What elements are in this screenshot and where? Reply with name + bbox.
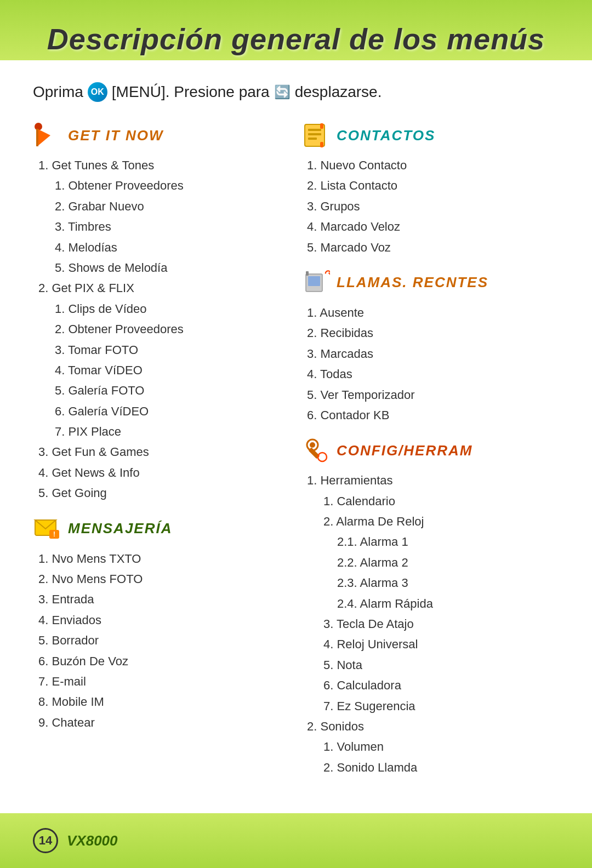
- list-item: 3. Marcadas: [307, 344, 559, 364]
- contactos-icon: [301, 121, 330, 150]
- list-item: 8. Mobile IM: [38, 692, 291, 712]
- list-item: 5. Nota: [307, 655, 559, 675]
- list-item: 3. Get Fun & Games: [38, 442, 291, 462]
- list-item: 5. Get Going: [38, 483, 291, 503]
- list-item: 5. Shows de Melodía: [38, 258, 291, 278]
- list-item: 2. Get PIX & FLIX: [38, 278, 291, 298]
- list-item: 2. Lista Contacto: [307, 175, 559, 196]
- list-item: 3. Tomar FOTO: [38, 340, 291, 360]
- list-item: 3. Tecla De Atajo: [307, 614, 559, 634]
- svg-rect-10: [308, 138, 317, 140]
- list-item: 2. Grabar Nuevo: [38, 196, 291, 216]
- list-item: 9. Chatear: [38, 712, 291, 733]
- get-it-now-icon: [33, 121, 61, 150]
- list-item: 4. Enviados: [38, 610, 291, 630]
- list-item: 5. Borrador: [38, 630, 291, 650]
- svg-rect-2: [36, 129, 38, 146]
- list-item: 2. Recibidas: [307, 323, 559, 343]
- list-item: 1. Nvo Mens TXTO: [38, 549, 291, 569]
- llamas-recntes-header: ↷ LLAMAS. RECNTES: [301, 269, 559, 297]
- mensajeria-list: 1. Nvo Mens TXTO 2. Nvo Mens FOTO 3. Ent…: [33, 549, 291, 733]
- llamas-recntes-title: LLAMAS. RECNTES: [337, 274, 488, 291]
- svg-rect-8: [308, 129, 321, 131]
- two-columns-layout: GET IT NOW 1. Get Tunes & Tones 1. Obten…: [33, 121, 559, 778]
- list-item: 2.1. Alarma 1: [307, 532, 559, 552]
- list-item: 1. Herramientas: [307, 470, 559, 490]
- list-item: 6. Calculadora: [307, 675, 559, 695]
- list-item: 1. Obtener Proveedores: [38, 175, 291, 196]
- page-wrapper: Descripción general de los menús Oprima …: [0, 0, 592, 868]
- get-it-now-header: GET IT NOW: [33, 121, 291, 150]
- list-item: 5. Ver Temporizador: [307, 385, 559, 405]
- right-column: CONTACTOS 1. Nuevo Contacto 2. Lista Con…: [301, 121, 559, 778]
- instruction-line: Oprima OK [MENÚ]. Presione para 🔄 despla…: [33, 82, 559, 102]
- svg-text:!: !: [53, 530, 55, 538]
- list-item: 3. Timbres: [38, 216, 291, 237]
- mensajeria-icon: !: [33, 515, 61, 543]
- svg-rect-11: [320, 123, 323, 129]
- list-item: 1. Get Tunes & Tones: [38, 155, 291, 175]
- page-title: Descripción general de los menús: [47, 22, 545, 55]
- list-item: 4. Marcado Veloz: [307, 216, 559, 237]
- mensajeria-title: MENSAJERÍA: [68, 520, 172, 537]
- list-item: 7. Ez Sugerencia: [307, 696, 559, 716]
- list-item: 6. Galería VíDEO: [38, 401, 291, 421]
- list-item: 1. Ausente: [307, 302, 559, 323]
- top-banner: Descripción general de los menús: [0, 0, 592, 60]
- list-item: 4. Tomar VíDEO: [38, 360, 291, 380]
- svg-rect-9: [308, 133, 321, 135]
- list-item: 1. Calendario: [307, 491, 559, 511]
- left-column: GET IT NOW 1. Get Tunes & Tones 1. Obten…: [33, 121, 291, 778]
- list-item: 4. Melodías: [38, 237, 291, 258]
- list-item: 1. Volumen: [307, 736, 559, 757]
- list-item: 2. Obtener Proveedores: [38, 319, 291, 339]
- instruction-bracket-text: [MENÚ]. Presione para: [112, 83, 270, 101]
- config-herram-list: 1. Herramientas 1. Calendario 2. Alarma …: [301, 470, 559, 778]
- svg-point-20: [318, 453, 327, 461]
- list-item: 7. PIX Place: [38, 421, 291, 442]
- list-item: 3. Entrada: [38, 589, 291, 609]
- page-number: 14: [33, 828, 58, 853]
- list-item: 5. Marcado Voz: [307, 237, 559, 258]
- page-model: VX8000: [67, 832, 118, 849]
- list-item: 2.4. Alarm Rápida: [307, 593, 559, 614]
- list-item: 2. Sonido Llamda: [307, 757, 559, 778]
- list-item: 6. Buzón De Voz: [38, 651, 291, 671]
- svg-rect-12: [320, 142, 323, 147]
- list-item: 2. Sonidos: [307, 716, 559, 736]
- config-herram-header: CONFIG/HERRAM: [301, 436, 559, 465]
- bottom-banner: 14 VX8000: [0, 813, 592, 868]
- llamas-recntes-list: 1. Ausente 2. Recibidas 3. Marcadas 4. T…: [301, 302, 559, 425]
- list-item: 5. Galería FOTO: [38, 380, 291, 401]
- config-herram-title: CONFIG/HERRAM: [337, 442, 473, 459]
- nav-icon: 🔄: [274, 84, 291, 100]
- list-item: 2.3. Alarma 3: [307, 573, 559, 593]
- instruction-text-after: desplazarse.: [295, 83, 382, 101]
- list-item: 2.2. Alarma 2: [307, 552, 559, 573]
- list-item: 2. Alarma De Reloj: [307, 511, 559, 532]
- list-item: 4. Todas: [307, 364, 559, 384]
- list-item: 6. Contador KB: [307, 405, 559, 425]
- list-item: 4. Get News & Info: [38, 462, 291, 483]
- list-item: 1. Clips de Vídeo: [38, 299, 291, 319]
- list-item: 4. Reloj Universal: [307, 634, 559, 654]
- contactos-list: 1. Nuevo Contacto 2. Lista Contacto 3. G…: [301, 155, 559, 258]
- mensajeria-header: ! MENSAJERÍA: [33, 515, 291, 543]
- svg-point-18: [310, 442, 315, 448]
- list-item: 1. Nuevo Contacto: [307, 155, 559, 175]
- content-area: Oprima OK [MENÚ]. Presione para 🔄 despla…: [0, 60, 592, 813]
- get-it-now-list: 1. Get Tunes & Tones 1. Obtener Proveedo…: [33, 155, 291, 504]
- contactos-title: CONTACTOS: [337, 127, 435, 144]
- contactos-header: CONTACTOS: [301, 121, 559, 150]
- config-herram-icon: [301, 436, 330, 465]
- svg-rect-14: [308, 276, 320, 286]
- list-item: 2. Nvo Mens FOTO: [38, 569, 291, 589]
- list-item: 7. E-mail: [38, 671, 291, 692]
- svg-marker-1: [37, 129, 50, 146]
- title-area: Descripción general de los menús: [0, 11, 592, 56]
- svg-text:↷: ↷: [325, 269, 330, 279]
- instruction-text-before: Oprima: [33, 83, 83, 101]
- svg-rect-15: [306, 271, 309, 276]
- ok-button-icon: OK: [88, 82, 107, 102]
- llamas-recntes-icon: ↷: [301, 269, 330, 297]
